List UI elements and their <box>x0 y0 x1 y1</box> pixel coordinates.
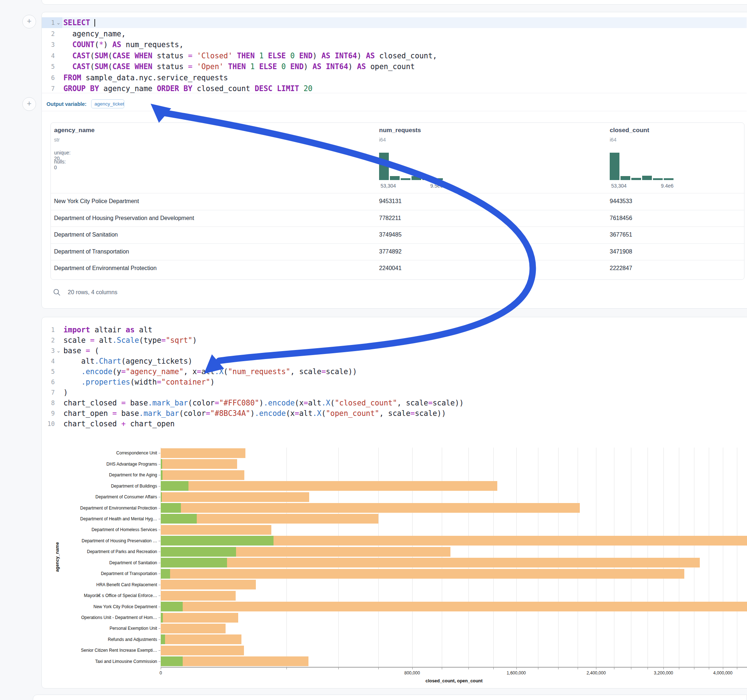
column-type: i64 <box>610 137 617 143</box>
line-number: 4 <box>42 356 55 367</box>
next-cell-edge <box>33 695 747 700</box>
column-type: str <box>54 137 60 143</box>
code-line: ) <box>64 387 68 398</box>
code-line: COUNT(*) AS num_requests, <box>64 39 183 50</box>
histogram-bar <box>422 178 432 180</box>
column-stat: nulls: 0 <box>54 159 66 170</box>
code-line: CAST(SUM(CASE WHEN status = 'Open' THEN … <box>64 61 415 72</box>
table-cell: 9443533 <box>610 193 632 210</box>
previous-cell-edge <box>41 0 747 5</box>
histogram-bar <box>653 178 663 180</box>
column-histogram <box>379 153 443 180</box>
histogram-bar <box>610 153 620 180</box>
line-number: 6 <box>42 377 55 388</box>
histogram-bar <box>664 178 673 180</box>
histogram-bar <box>401 178 410 180</box>
line-number: 3 <box>42 345 55 356</box>
table-cell: 3774892 <box>379 243 401 260</box>
code-line: scale = alt.Scale(type="sqrt") <box>64 335 197 345</box>
table-row-count: 20 rows, 4 columns <box>68 289 118 296</box>
code-line: base = ( <box>64 345 99 356</box>
line-number: 2 <box>42 29 55 39</box>
histogram-max-label: 9.4e6 <box>645 183 673 189</box>
histogram-bar <box>642 176 652 180</box>
chevron-down-icon[interactable]: ⌄ <box>56 345 61 356</box>
histogram-max-label: 9.5e6 <box>414 183 443 189</box>
column-header-agency_name[interactable]: agency_name <box>54 127 94 134</box>
code-line: CAST(SUM(CASE WHEN status = 'Closed' THE… <box>64 50 437 61</box>
code-line: chart_open = base.mark_bar(color="#8BC34… <box>64 408 446 419</box>
line-number: 2 <box>42 335 55 345</box>
line-number: 1 <box>42 17 55 28</box>
column-histogram <box>610 153 673 180</box>
histogram-bar <box>433 178 443 180</box>
histogram-min-label: 53,304 <box>381 183 396 189</box>
table-cell: 2240041 <box>379 260 401 276</box>
column-header-num_requests[interactable]: num_requests <box>379 127 421 134</box>
line-number: 8 <box>42 398 55 408</box>
search-icon[interactable] <box>53 288 61 297</box>
table-cell: 9453131 <box>379 193 401 210</box>
code-line: GROUP BY agency_name ORDER BY closed_cou… <box>64 83 312 94</box>
notebook-page: + + 1⌄SELECT 2 agency_name,3 COUNT(*) AS… <box>0 0 747 700</box>
histogram-bar <box>390 176 400 180</box>
output-variable-label: Output variable: <box>47 101 86 107</box>
code-line: .properties(width="container") <box>64 377 215 388</box>
line-number: 4 <box>42 50 55 61</box>
table-cell: 7618456 <box>610 210 632 226</box>
table-cell: Department of Transportation <box>54 243 129 260</box>
line-number: 7 <box>42 83 55 94</box>
column-header-closed_count[interactable]: closed_count <box>610 127 649 134</box>
histogram-bar <box>379 153 389 180</box>
table-cell: Department of Housing Preservation and D… <box>54 210 194 226</box>
histogram-bar <box>620 176 630 180</box>
code-line: SELECT <box>64 17 95 28</box>
line-number: 5 <box>42 366 55 377</box>
text-cursor <box>94 19 95 27</box>
table-cell: New York City Police Department <box>54 193 139 210</box>
chevron-down-icon[interactable]: ⌄ <box>56 17 61 28</box>
line-number: 6 <box>42 72 55 83</box>
add-cell-button-top[interactable]: + <box>22 15 36 29</box>
active-line-highlight <box>42 17 747 28</box>
divider <box>42 111 747 111</box>
histogram-min-label: 53,304 <box>611 183 627 189</box>
line-number: 3 <box>42 39 55 50</box>
line-number: 10 <box>42 418 55 429</box>
column-type: i64 <box>379 137 386 143</box>
code-line: agency_name, <box>64 29 126 39</box>
histogram-bar <box>411 176 421 180</box>
code-line: .encode(y="agency_name", x=alt.X("num_re… <box>64 366 357 377</box>
add-cell-button-middle[interactable]: + <box>22 97 36 111</box>
line-number: 7 <box>42 387 55 398</box>
code-line: chart_closed + chart_open <box>64 418 175 429</box>
table-cell: 2222847 <box>610 260 632 276</box>
table-cell: 3471908 <box>610 243 632 260</box>
table-cell: 3749485 <box>379 226 401 243</box>
output-variable-pill[interactable]: agency_tickets <box>91 100 124 109</box>
table-cell: Department of Sanitation <box>54 226 118 243</box>
histogram-bar <box>631 178 641 180</box>
table-cell: 7782211 <box>379 210 401 226</box>
code-line: FROM sample_data.nyc.service_requests <box>64 72 228 83</box>
line-number: 9 <box>42 408 55 419</box>
line-number: 1 <box>42 324 55 335</box>
table-cell: Department of Environmental Protection <box>54 260 157 276</box>
divider <box>42 93 747 93</box>
table-cell: 3677651 <box>610 226 632 243</box>
line-number: 5 <box>42 61 55 72</box>
code-line: import altair as alt <box>64 324 153 335</box>
code-line: alt.Chart(agency_tickets) <box>64 356 192 367</box>
code-line: chart_closed = base.mark_bar(color="#FFC… <box>64 398 464 408</box>
